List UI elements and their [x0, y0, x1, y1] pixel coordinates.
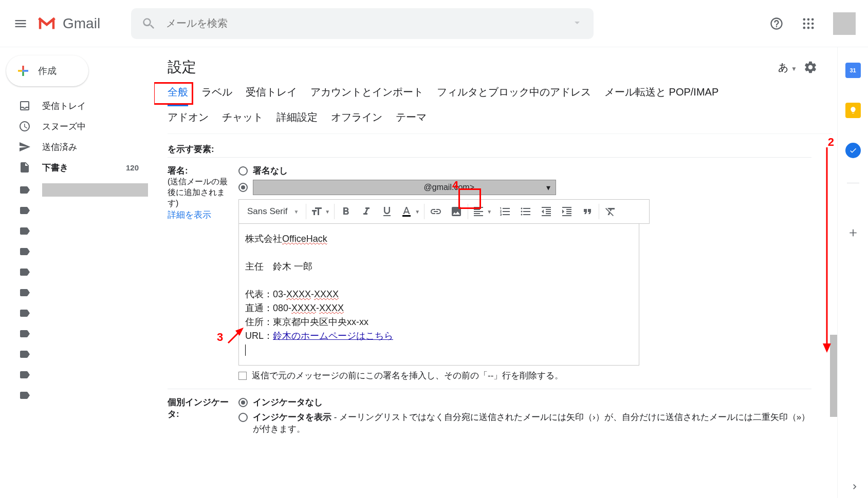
calendar-addon[interactable]: 31 [845, 63, 861, 78]
svg-point-5 [807, 22, 810, 25]
bold-icon [340, 205, 352, 218]
apps-button[interactable] [797, 12, 820, 35]
sidebar-label-item[interactable] [0, 241, 154, 262]
numbered-list-button[interactable] [495, 200, 515, 223]
tab-inbox[interactable]: 受信トレイ [246, 85, 297, 102]
tab-addons[interactable]: アドオン [168, 110, 209, 127]
input-tools-button[interactable]: あ ▼ [778, 61, 797, 74]
show-advanced-link[interactable]: 詳細を表示 [168, 210, 211, 220]
signature-url-link[interactable]: 鈴木のホームページはこちら [273, 331, 393, 341]
insert-image-button[interactable] [446, 200, 467, 223]
keep-addon[interactable] [845, 103, 861, 118]
sidebar-label-item[interactable] [0, 221, 154, 241]
no-signature-radio[interactable] [238, 166, 248, 176]
bulb-icon [849, 106, 857, 114]
sidebar-item-sent[interactable]: 送信済み [0, 137, 148, 157]
support-button[interactable] [765, 12, 788, 35]
scrollbar-thumb[interactable] [830, 335, 837, 417]
signature-identity-select[interactable]: @gmail.com> [253, 180, 556, 195]
svg-point-2 [807, 18, 810, 21]
font-family-select[interactable]: Sans Serif▼ [241, 200, 305, 223]
gear-icon[interactable] [803, 60, 818, 74]
tab-chat[interactable]: チャット [222, 110, 263, 127]
signature-sublabel: (送信メールの最後に追加されます) [168, 177, 228, 207]
clock-icon [19, 120, 31, 132]
tab-general[interactable]: 全般 [168, 85, 188, 102]
bold-button[interactable] [336, 200, 356, 223]
text-color-icon [400, 205, 413, 218]
nav-label: 送信済み [42, 141, 148, 153]
sidebar-label-item[interactable] [0, 385, 154, 406]
sidebar-label-item[interactable] [0, 200, 154, 221]
quote-button[interactable] [577, 200, 598, 223]
indicators-none-radio[interactable] [238, 398, 248, 407]
tab-labels[interactable]: ラベル [201, 85, 232, 102]
compose-label: 作成 [38, 65, 57, 77]
sidebar-label-item[interactable] [0, 282, 154, 303]
italic-button[interactable] [356, 200, 377, 223]
signature-toolbar: Sans Serif▼ ▼ ▼ ▼ [238, 199, 650, 224]
indicators-show-radio[interactable] [238, 413, 248, 422]
sidebar-item-drafts[interactable]: 下書き 120 [0, 157, 148, 178]
no-signature-label: 署名なし [253, 165, 288, 177]
signature-editor[interactable]: 株式会社OfficeHack 主任 鈴木 一郎 代表：03-XXXX-XXXX … [238, 224, 639, 366]
search-options-button[interactable] [571, 16, 583, 30]
bullet-list-button[interactable] [515, 200, 536, 223]
underline-icon [381, 205, 393, 218]
sidebar-label-item[interactable] [0, 262, 154, 282]
search-input[interactable] [166, 17, 571, 29]
get-addons-button[interactable]: ＋ [846, 223, 860, 241]
align-button[interactable]: ▼ [469, 200, 495, 223]
send-icon [19, 141, 31, 153]
reply-insert-checkbox[interactable] [238, 372, 247, 380]
bullet-list-icon [520, 205, 532, 218]
label-icon [19, 369, 31, 381]
label-icon [19, 184, 31, 196]
align-icon [472, 205, 485, 218]
svg-rect-10 [22, 66, 24, 70]
label-icon [19, 348, 31, 360]
label-icon [19, 245, 31, 258]
tab-forwarding[interactable]: メール転送と POP/IMAP [604, 85, 718, 102]
label-icon [19, 328, 31, 340]
compose-button[interactable]: 作成 [6, 55, 88, 86]
sidebar-label-item[interactable] [0, 323, 154, 344]
link-button[interactable] [426, 200, 446, 223]
apps-grid-icon [801, 16, 816, 31]
image-icon [450, 205, 463, 218]
tab-accounts[interactable]: アカウントとインポート [310, 85, 423, 102]
tab-filters[interactable]: フィルタとブロック中のアドレス [437, 85, 591, 102]
sidebar-item-inbox[interactable]: 受信トレイ [0, 95, 148, 116]
svg-point-8 [807, 26, 810, 29]
reply-insert-label: 返信で元のメッセージの前にこの署名を挿入し、その前の「--」行を削除する。 [252, 370, 563, 381]
sidebar-label-item[interactable] [0, 303, 154, 323]
sidebar-label-item[interactable] [0, 180, 154, 200]
indent-less-button[interactable] [536, 200, 557, 223]
tab-advanced[interactable]: 詳細設定 [276, 110, 318, 127]
settings-tabs: 全般 ラベル 受信トレイ アカウントとインポート フィルタとブロック中のアドレス… [168, 85, 832, 134]
use-signature-radio[interactable] [238, 183, 248, 192]
account-avatar[interactable] [833, 12, 856, 35]
signature-section: 署名: (送信メールの最後に追加されます) 詳細を表示 署名なし @gmail.… [168, 157, 811, 389]
help-icon [769, 16, 784, 31]
sidebar: 作成 受信トレイ スヌーズ中 送信済み 下書き 120 [0, 47, 154, 498]
sidebar-item-snoozed[interactable]: スヌーズ中 [0, 116, 148, 137]
logo[interactable]: Gmail [37, 15, 100, 32]
text-color-button[interactable]: ▼ [397, 200, 423, 223]
tab-themes[interactable]: テーマ [396, 110, 427, 127]
search-bar[interactable] [131, 8, 594, 39]
underline-button[interactable] [377, 200, 397, 223]
svg-rect-15 [402, 215, 411, 217]
tasks-addon[interactable] [845, 143, 861, 158]
tab-offline[interactable]: オフライン [331, 110, 382, 127]
chevron-right-icon[interactable] [849, 482, 860, 492]
svg-point-9 [811, 26, 814, 29]
sidebar-label-item[interactable] [0, 344, 154, 365]
font-size-button[interactable]: ▼ [307, 200, 333, 223]
indent-more-button[interactable] [557, 200, 577, 223]
sidebar-label-item[interactable] [0, 365, 154, 385]
search-icon [141, 16, 156, 31]
remove-formatting-button[interactable] [600, 200, 621, 223]
label-icon [19, 286, 31, 299]
main-menu-button[interactable] [8, 11, 33, 36]
